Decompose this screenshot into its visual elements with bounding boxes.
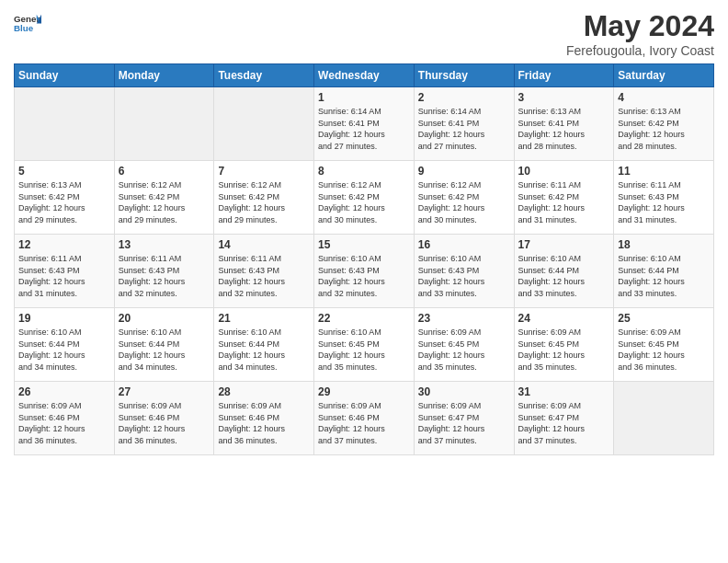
calendar-cell: 31Sunrise: 6:09 AM Sunset: 6:47 PM Dayli… (514, 382, 614, 455)
day-info: Sunrise: 6:09 AM Sunset: 6:47 PM Dayligh… (518, 400, 610, 446)
day-number: 1 (318, 91, 410, 104)
day-number: 5 (18, 165, 110, 178)
day-number: 20 (119, 312, 210, 325)
calendar-row-2: 5Sunrise: 6:13 AM Sunset: 6:42 PM Daylig… (15, 161, 714, 235)
day-number: 19 (18, 312, 110, 325)
day-number: 6 (119, 165, 210, 178)
calendar-cell (114, 87, 214, 161)
calendar-cell: 21Sunrise: 6:10 AM Sunset: 6:44 PM Dayli… (214, 308, 314, 382)
day-number: 21 (218, 312, 310, 325)
day-info: Sunrise: 6:12 AM Sunset: 6:42 PM Dayligh… (418, 179, 510, 225)
day-info: Sunrise: 6:09 AM Sunset: 6:46 PM Dayligh… (18, 400, 110, 446)
day-number: 16 (418, 238, 510, 251)
day-info: Sunrise: 6:09 AM Sunset: 6:46 PM Dayligh… (218, 400, 310, 446)
day-info: Sunrise: 6:10 AM Sunset: 6:45 PM Dayligh… (318, 327, 410, 373)
day-number: 3 (518, 91, 610, 104)
calendar-cell: 30Sunrise: 6:09 AM Sunset: 6:47 PM Dayli… (414, 382, 514, 455)
calendar-cell: 10Sunrise: 6:11 AM Sunset: 6:42 PM Dayli… (514, 161, 614, 235)
day-info: Sunrise: 6:10 AM Sunset: 6:44 PM Dayligh… (18, 327, 110, 373)
page: General Blue May 2024 Ferefougoula, Ivor… (0, 0, 728, 563)
calendar-cell: 20Sunrise: 6:10 AM Sunset: 6:44 PM Dayli… (114, 308, 214, 382)
main-title: May 2024 (566, 9, 714, 43)
day-number: 24 (518, 312, 610, 325)
day-info: Sunrise: 6:09 AM Sunset: 6:46 PM Dayligh… (318, 400, 410, 446)
calendar-cell: 24Sunrise: 6:09 AM Sunset: 6:45 PM Dayli… (514, 308, 614, 382)
calendar-cell: 3Sunrise: 6:13 AM Sunset: 6:41 PM Daylig… (514, 87, 614, 161)
day-info: Sunrise: 6:10 AM Sunset: 6:44 PM Dayligh… (518, 253, 610, 299)
day-number: 31 (518, 385, 610, 398)
calendar-cell: 2Sunrise: 6:14 AM Sunset: 6:41 PM Daylig… (414, 87, 514, 161)
calendar-cell: 8Sunrise: 6:12 AM Sunset: 6:42 PM Daylig… (314, 161, 415, 235)
calendar-cell: 15Sunrise: 6:10 AM Sunset: 6:43 PM Dayli… (314, 235, 415, 308)
calendar-cell: 6Sunrise: 6:12 AM Sunset: 6:42 PM Daylig… (114, 161, 214, 235)
day-number: 9 (418, 165, 510, 178)
day-number: 12 (18, 238, 110, 251)
calendar-cell: 12Sunrise: 6:11 AM Sunset: 6:43 PM Dayli… (15, 235, 115, 308)
calendar-row-5: 26Sunrise: 6:09 AM Sunset: 6:46 PM Dayli… (15, 382, 714, 455)
day-number: 30 (418, 385, 510, 398)
day-info: Sunrise: 6:11 AM Sunset: 6:43 PM Dayligh… (119, 253, 210, 299)
calendar-cell: 26Sunrise: 6:09 AM Sunset: 6:46 PM Dayli… (15, 382, 115, 455)
calendar-cell: 9Sunrise: 6:12 AM Sunset: 6:42 PM Daylig… (414, 161, 514, 235)
day-info: Sunrise: 6:10 AM Sunset: 6:43 PM Dayligh… (418, 253, 510, 299)
day-number: 15 (318, 238, 410, 251)
day-number: 7 (218, 165, 310, 178)
calendar-cell: 22Sunrise: 6:10 AM Sunset: 6:45 PM Dayli… (314, 308, 415, 382)
col-sunday: Sunday (15, 64, 115, 87)
day-info: Sunrise: 6:14 AM Sunset: 6:41 PM Dayligh… (418, 106, 510, 152)
col-friday: Friday (514, 64, 614, 87)
logo-icon: General Blue (14, 9, 41, 37)
calendar-cell: 18Sunrise: 6:10 AM Sunset: 6:44 PM Dayli… (614, 235, 714, 308)
day-info: Sunrise: 6:11 AM Sunset: 6:43 PM Dayligh… (18, 253, 110, 299)
svg-text:Blue: Blue (14, 23, 34, 33)
day-number: 28 (218, 385, 310, 398)
col-monday: Monday (114, 64, 214, 87)
col-wednesday: Wednesday (314, 64, 415, 87)
calendar-cell (15, 87, 115, 161)
calendar-cell: 27Sunrise: 6:09 AM Sunset: 6:46 PM Dayli… (114, 382, 214, 455)
header-row: Sunday Monday Tuesday Wednesday Thursday… (15, 64, 714, 87)
calendar-cell: 17Sunrise: 6:10 AM Sunset: 6:44 PM Dayli… (514, 235, 614, 308)
day-number: 4 (618, 91, 710, 104)
day-info: Sunrise: 6:10 AM Sunset: 6:44 PM Dayligh… (218, 327, 310, 373)
day-info: Sunrise: 6:12 AM Sunset: 6:42 PM Dayligh… (119, 179, 210, 225)
day-info: Sunrise: 6:14 AM Sunset: 6:41 PM Dayligh… (318, 106, 410, 152)
day-info: Sunrise: 6:10 AM Sunset: 6:43 PM Dayligh… (318, 253, 410, 299)
day-info: Sunrise: 6:09 AM Sunset: 6:45 PM Dayligh… (418, 327, 510, 373)
calendar-cell: 7Sunrise: 6:12 AM Sunset: 6:42 PM Daylig… (214, 161, 314, 235)
logo: General Blue (14, 9, 41, 37)
day-number: 13 (119, 238, 210, 251)
calendar-cell: 29Sunrise: 6:09 AM Sunset: 6:46 PM Dayli… (314, 382, 415, 455)
calendar-cell: 23Sunrise: 6:09 AM Sunset: 6:45 PM Dayli… (414, 308, 514, 382)
calendar-cell: 4Sunrise: 6:13 AM Sunset: 6:42 PM Daylig… (614, 87, 714, 161)
subtitle: Ferefougoula, Ivory Coast (566, 43, 714, 58)
day-info: Sunrise: 6:10 AM Sunset: 6:44 PM Dayligh… (618, 253, 710, 299)
calendar-cell: 25Sunrise: 6:09 AM Sunset: 6:45 PM Dayli… (614, 308, 714, 382)
day-info: Sunrise: 6:12 AM Sunset: 6:42 PM Dayligh… (318, 179, 410, 225)
col-thursday: Thursday (414, 64, 514, 87)
day-info: Sunrise: 6:13 AM Sunset: 6:41 PM Dayligh… (518, 106, 610, 152)
day-number: 2 (418, 91, 510, 104)
calendar-row-4: 19Sunrise: 6:10 AM Sunset: 6:44 PM Dayli… (15, 308, 714, 382)
day-number: 10 (518, 165, 610, 178)
day-info: Sunrise: 6:13 AM Sunset: 6:42 PM Dayligh… (18, 179, 110, 225)
day-info: Sunrise: 6:13 AM Sunset: 6:42 PM Dayligh… (618, 106, 710, 152)
day-number: 18 (618, 238, 710, 251)
day-info: Sunrise: 6:10 AM Sunset: 6:44 PM Dayligh… (119, 327, 210, 373)
calendar-cell: 11Sunrise: 6:11 AM Sunset: 6:43 PM Dayli… (614, 161, 714, 235)
day-info: Sunrise: 6:12 AM Sunset: 6:42 PM Dayligh… (218, 179, 310, 225)
calendar-cell: 1Sunrise: 6:14 AM Sunset: 6:41 PM Daylig… (314, 87, 415, 161)
calendar-cell: 16Sunrise: 6:10 AM Sunset: 6:43 PM Dayli… (414, 235, 514, 308)
calendar-row-1: 1Sunrise: 6:14 AM Sunset: 6:41 PM Daylig… (15, 87, 714, 161)
day-number: 27 (119, 385, 210, 398)
day-number: 22 (318, 312, 410, 325)
day-number: 26 (18, 385, 110, 398)
day-number: 25 (618, 312, 710, 325)
header: General Blue May 2024 Ferefougoula, Ivor… (14, 9, 714, 58)
day-number: 17 (518, 238, 610, 251)
title-block: May 2024 Ferefougoula, Ivory Coast (566, 9, 714, 58)
day-info: Sunrise: 6:09 AM Sunset: 6:46 PM Dayligh… (119, 400, 210, 446)
calendar-cell: 19Sunrise: 6:10 AM Sunset: 6:44 PM Dayli… (15, 308, 115, 382)
calendar-row-3: 12Sunrise: 6:11 AM Sunset: 6:43 PM Dayli… (15, 235, 714, 308)
calendar-cell (214, 87, 314, 161)
